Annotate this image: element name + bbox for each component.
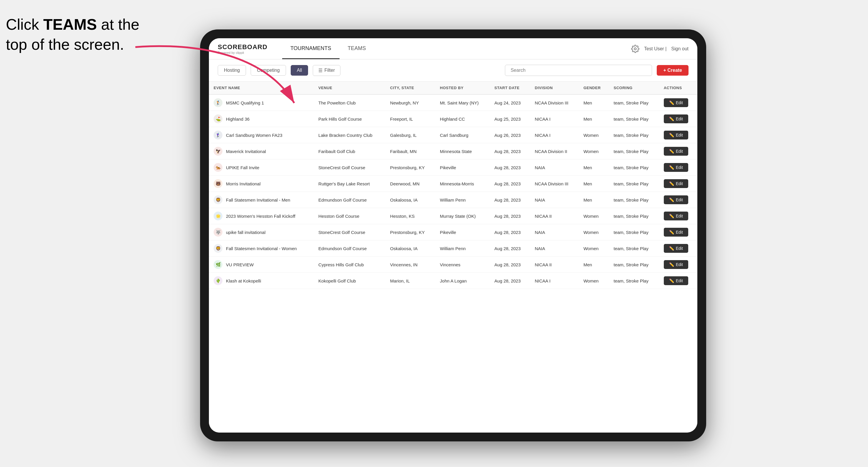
cell-city-state: Galesburg, IL [385, 127, 435, 143]
tablet-screen: SCOREBOARD Powered by clippit TOURNAMENT… [209, 38, 698, 433]
event-name: Klash at Kokopelli [226, 278, 261, 283]
cell-gender: Women [579, 208, 609, 224]
event-name: Fall Statesmen Invitational - Women [226, 246, 297, 251]
cell-hosted-by: William Penn [435, 192, 490, 208]
cell-venue: The Powelton Club [314, 94, 385, 111]
nav-tabs: TOURNAMENTS TEAMS [282, 38, 374, 59]
cell-start-date: Aug 25, 2023 [490, 111, 530, 127]
cell-start-date: Aug 28, 2023 [490, 192, 530, 208]
edit-icon: ✏️ [669, 165, 674, 170]
toolbar: Hosting Competing All ☰ Filter + Create [209, 59, 698, 82]
edit-button[interactable]: ✏️ Edit [664, 260, 688, 269]
tab-teams[interactable]: TEAMS [340, 38, 374, 59]
cell-city-state: Faribault, MN [385, 143, 435, 159]
cell-scoring: team, Stroke Play [609, 208, 659, 224]
edit-button[interactable]: ✏️ Edit [664, 98, 688, 107]
cell-scoring: team, Stroke Play [609, 224, 659, 241]
edit-icon: ✏️ [669, 262, 674, 267]
col-division: DIVISION [530, 82, 579, 94]
cell-venue: Faribault Golf Club [314, 143, 385, 159]
cell-scoring: team, Stroke Play [609, 111, 659, 127]
cell-event-name: 🌿 VU PREVIEW [209, 257, 314, 273]
team-logo: 🌵 [214, 276, 222, 285]
competing-button[interactable]: Competing [251, 65, 286, 75]
edit-button[interactable]: ✏️ Edit [664, 244, 688, 253]
filter-icon: ☰ [318, 68, 322, 73]
edit-button[interactable]: ✏️ Edit [664, 212, 688, 220]
cell-division: NICAA I [530, 273, 579, 289]
event-name: Highland 36 [226, 117, 249, 122]
tab-tournaments[interactable]: TOURNAMENTS [282, 38, 340, 59]
search-input[interactable] [505, 65, 652, 76]
cell-gender: Women [579, 224, 609, 241]
cell-city-state: Oskaloosa, IA [385, 241, 435, 257]
cell-hosted-by: William Penn [435, 241, 490, 257]
cell-actions: ✏️ Edit [659, 159, 698, 176]
edit-icon: ✏️ [669, 100, 674, 105]
cell-division: NCAA Division III [530, 94, 579, 111]
cell-hosted-by: Carl Sandburg [435, 127, 490, 143]
col-start-date: START DATE [490, 82, 530, 94]
edit-icon: ✏️ [669, 181, 674, 186]
cell-actions: ✏️ Edit [659, 273, 698, 289]
team-logo: 🦁 [214, 195, 222, 204]
cell-venue: Kokopelli Golf Club [314, 273, 385, 289]
edit-button[interactable]: ✏️ Edit [664, 147, 688, 156]
filter-button[interactable]: ☰ Filter [313, 65, 340, 76]
edit-button[interactable]: ✏️ Edit [664, 228, 688, 237]
team-logo: 🦁 [214, 244, 222, 253]
table-row: 🌟 2023 Women's Hesston Fall Kickoff Hess… [209, 208, 698, 224]
cell-actions: ✏️ Edit [659, 241, 698, 257]
create-button[interactable]: + Create [657, 65, 688, 75]
cell-gender: Men [579, 176, 609, 192]
event-name: Fall Statesmen Invitational - Men [226, 197, 290, 203]
cell-division: NICAA II [530, 208, 579, 224]
cell-start-date: Aug 28, 2023 [490, 241, 530, 257]
team-logo: 🦅 [214, 147, 222, 156]
cell-start-date: Aug 28, 2023 [490, 273, 530, 289]
col-actions: ACTIONS [659, 82, 698, 94]
cell-city-state: Prestonsburg, KY [385, 159, 435, 176]
hosting-button[interactable]: Hosting [218, 65, 246, 75]
cell-venue: Lake Bracken Country Club [314, 127, 385, 143]
settings-icon[interactable] [631, 45, 640, 53]
cell-scoring: team, Stroke Play [609, 94, 659, 111]
cell-gender: Men [579, 192, 609, 208]
cell-start-date: Aug 26, 2023 [490, 127, 530, 143]
cell-scoring: team, Stroke Play [609, 273, 659, 289]
cell-event-name: 🦅 Maverick Invitational [209, 143, 314, 159]
edit-button[interactable]: ✏️ Edit [664, 195, 688, 204]
cell-venue: Ruttger's Bay Lake Resort [314, 176, 385, 192]
table-row: 🌵 Klash at Kokopelli Kokopelli Golf Club… [209, 273, 698, 289]
edit-button[interactable]: ✏️ Edit [664, 115, 688, 123]
filter-label: Filter [324, 68, 335, 73]
instruction-prefix: Click [6, 16, 43, 33]
svg-point-1 [634, 48, 637, 50]
cell-venue: StoneCrest Golf Course [314, 159, 385, 176]
event-name: Carl Sandburg Women FA23 [226, 133, 282, 138]
edit-button[interactable]: ✏️ Edit [664, 131, 688, 139]
cell-start-date: Aug 24, 2023 [490, 94, 530, 111]
edit-button[interactable]: ✏️ Edit [664, 276, 688, 285]
logo-subtitle: Powered by clippit [218, 51, 268, 55]
cell-division: NICAA I [530, 127, 579, 143]
table-row: 🐅 UPIKE Fall Invite StoneCrest Golf Cour… [209, 159, 698, 176]
table-body: 🏌️ MSMC Qualifying 1 The Powelton Club N… [209, 94, 698, 289]
cell-gender: Men [579, 111, 609, 127]
cell-start-date: Aug 28, 2023 [490, 176, 530, 192]
signout-link[interactable]: Sign out [671, 46, 688, 52]
edit-button[interactable]: ✏️ Edit [664, 163, 688, 172]
cell-hosted-by: Vincennes [435, 257, 490, 273]
cell-event-name: 🏌️ MSMC Qualifying 1 [209, 94, 314, 111]
cell-gender: Women [579, 273, 609, 289]
edit-button[interactable]: ✏️ Edit [664, 179, 688, 188]
all-button[interactable]: All [291, 65, 308, 75]
search-box [505, 65, 652, 76]
cell-event-name: 🌵 Klash at Kokopelli [209, 273, 314, 289]
cell-event-name: 🐅 UPIKE Fall Invite [209, 159, 314, 176]
cell-actions: ✏️ Edit [659, 143, 698, 159]
cell-event-name: 🦁 Fall Statesmen Invitational - Women [209, 241, 314, 257]
cell-division: NAIA [530, 159, 579, 176]
cell-city-state: Freeport, IL [385, 111, 435, 127]
team-logo: 🌟 [214, 212, 222, 220]
